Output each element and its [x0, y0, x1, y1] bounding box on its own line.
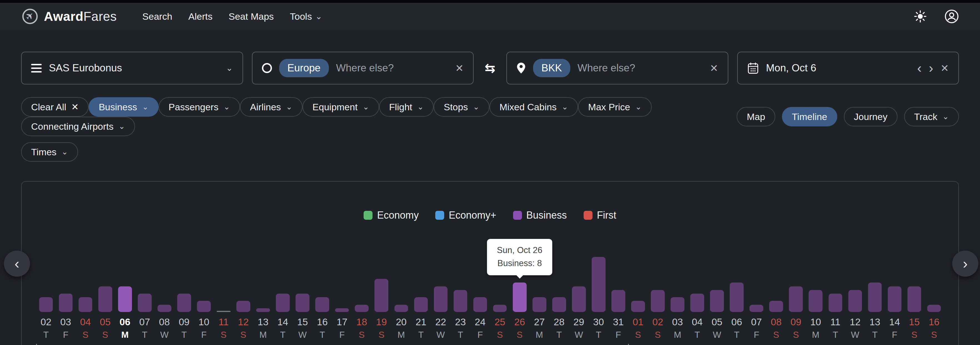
availability-bar[interactable] — [434, 286, 448, 312]
availability-bar[interactable] — [789, 286, 803, 312]
availability-bar[interactable] — [848, 290, 862, 312]
availability-bar[interactable] — [118, 286, 132, 312]
weekday-label: T — [181, 330, 187, 340]
availability-bar[interactable] — [592, 257, 606, 312]
destination-clear-icon[interactable]: ✕ — [710, 62, 718, 74]
availability-bar[interactable] — [414, 297, 428, 312]
legend-swatch — [435, 211, 444, 220]
weekday-label: S — [912, 330, 917, 340]
availability-bar[interactable] — [335, 308, 349, 312]
availability-bar[interactable] — [868, 283, 882, 312]
availability-bar[interactable] — [236, 301, 250, 312]
view-button-timeline[interactable]: Timeline — [782, 107, 837, 126]
availability-bar[interactable] — [493, 305, 507, 312]
availability-bar[interactable] — [138, 294, 152, 312]
availability-bar[interactable] — [808, 290, 822, 312]
availability-bar[interactable] — [769, 301, 783, 312]
filter-chip-mixed-cabins[interactable]: Mixed Cabins⌄ — [490, 97, 578, 117]
program-selector[interactable]: SAS Eurobonus ⌄ — [21, 52, 243, 84]
availability-bar[interactable] — [79, 297, 92, 312]
weekday-label: S — [635, 330, 641, 340]
availability-bar[interactable] — [690, 294, 704, 312]
browser-top-strip — [0, 0, 980, 3]
chart-day-column: 12W — [845, 253, 865, 340]
nav-link-search[interactable]: Search — [142, 11, 172, 22]
day-number-label: 23 — [455, 316, 466, 328]
filter-chip-business[interactable]: Business⌄ — [89, 97, 158, 117]
availability-bar[interactable] — [256, 308, 270, 312]
chart-scroll-right-button[interactable]: › — [952, 251, 978, 277]
availability-bar[interactable] — [572, 286, 586, 312]
chart-day-column: 06M — [115, 253, 135, 340]
destination-placeholder[interactable]: Where else? — [578, 62, 635, 74]
filter-chip-equipment[interactable]: Equipment⌄ — [302, 97, 379, 117]
legend-item-economy[interactable]: Economy — [364, 210, 418, 221]
availability-bar[interactable] — [39, 297, 53, 312]
availability-bar[interactable] — [158, 305, 172, 312]
origin-pill[interactable]: Europe — [279, 59, 329, 77]
availability-bar[interactable] — [888, 286, 902, 312]
availability-bar[interactable] — [631, 301, 645, 312]
availability-bar[interactable] — [651, 290, 665, 312]
day-number-label: 12 — [850, 316, 861, 328]
legend-item-first[interactable]: First — [584, 210, 616, 221]
availability-bar[interactable] — [197, 301, 211, 312]
filter-chip-airlines[interactable]: Airlines⌄ — [240, 97, 302, 117]
swap-origin-destination-icon[interactable]: ⇆ — [485, 60, 496, 76]
nav-link-seat-maps[interactable]: Seat Maps — [229, 11, 274, 22]
availability-bar[interactable] — [217, 311, 231, 312]
availability-bar[interactable] — [533, 297, 546, 312]
view-button-journey[interactable]: Journey — [844, 107, 897, 126]
nav-link-tools[interactable]: Tools⌄ — [290, 11, 323, 22]
next-day-icon[interactable]: › — [929, 61, 933, 75]
availability-bar[interactable] — [355, 305, 369, 312]
nav-link-alerts[interactable]: Alerts — [188, 11, 213, 22]
filter-chip-stops[interactable]: Stops⌄ — [434, 97, 489, 117]
origin-field[interactable]: Europe Where else? ✕ — [252, 52, 474, 84]
theme-toggle-sun-icon[interactable] — [914, 10, 927, 23]
origin-clear-icon[interactable]: ✕ — [455, 62, 464, 74]
day-number-label: 09 — [178, 316, 189, 328]
awardfares-logo[interactable]: ✈ AwardFares — [21, 8, 117, 25]
availability-bar[interactable] — [907, 286, 921, 312]
availability-bar[interactable] — [296, 294, 309, 312]
view-button-track[interactable]: Track⌄ — [904, 107, 959, 126]
account-icon[interactable] — [945, 9, 959, 24]
legend-item-economy[interactable]: Economy+ — [435, 210, 496, 221]
previous-day-icon[interactable]: ‹ — [917, 61, 922, 75]
date-field[interactable]: Mon, Oct 6 ‹ › ✕ — [737, 52, 959, 84]
filter-chip-clear-all[interactable]: Clear All✕ — [21, 97, 89, 117]
view-button-map[interactable]: Map — [737, 107, 775, 126]
availability-bar[interactable] — [730, 283, 744, 312]
availability-bar[interactable] — [315, 297, 329, 312]
filter-chip-connecting-airports[interactable]: Connecting Airports⌄ — [21, 117, 135, 136]
availability-bar[interactable] — [374, 279, 388, 312]
origin-placeholder[interactable]: Where else? — [336, 62, 394, 74]
availability-bar[interactable] — [276, 294, 290, 312]
chart-scroll-left-button[interactable]: ‹ — [4, 251, 30, 277]
date-clear-icon[interactable]: ✕ — [940, 62, 949, 74]
availability-bar[interactable] — [98, 286, 112, 312]
filter-chip-flight[interactable]: Flight⌄ — [379, 97, 434, 117]
availability-bar[interactable] — [829, 294, 843, 312]
filter-chip-max-price[interactable]: Max Price⌄ — [578, 97, 652, 117]
availability-bar[interactable] — [710, 290, 724, 312]
day-number-label: 17 — [337, 316, 347, 328]
availability-bar[interactable] — [513, 283, 527, 312]
availability-bar[interactable] — [473, 297, 487, 312]
legend-item-business[interactable]: Business — [513, 210, 567, 221]
availability-bar[interactable] — [749, 305, 763, 312]
calendar-icon — [747, 62, 759, 74]
availability-bar[interactable] — [927, 305, 941, 312]
availability-bar[interactable] — [453, 290, 468, 312]
availability-bar[interactable] — [177, 294, 191, 312]
availability-bar[interactable] — [611, 290, 625, 312]
availability-bar[interactable] — [395, 305, 408, 312]
destination-pill[interactable]: BKK — [533, 59, 570, 77]
destination-field[interactable]: BKK Where else? ✕ — [506, 52, 728, 84]
availability-bar[interactable] — [552, 297, 566, 312]
availability-bar[interactable] — [671, 297, 684, 312]
filter-chip-passengers[interactable]: Passengers⌄ — [159, 97, 240, 117]
filter-chip-times[interactable]: Times⌄ — [21, 142, 78, 162]
availability-bar[interactable] — [59, 294, 73, 312]
